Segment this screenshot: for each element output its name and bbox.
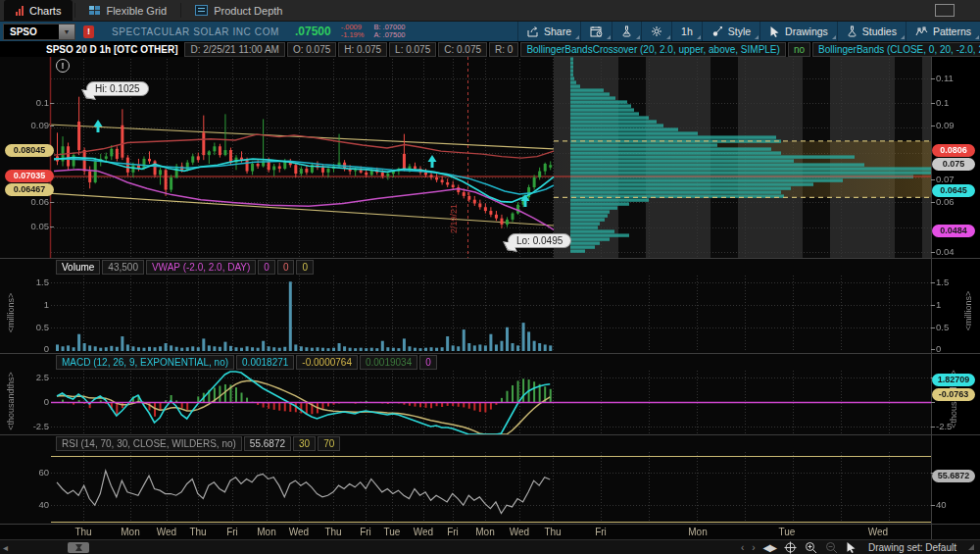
- grid-icon: [89, 6, 100, 15]
- timeframe-button[interactable]: 1h: [671, 22, 702, 41]
- alert-badge[interactable]: !: [83, 25, 94, 38]
- x-axis-day-label: Mon: [468, 527, 502, 537]
- drawings-button[interactable]: Drawings: [760, 22, 837, 41]
- studies-button[interactable]: Studies: [837, 22, 906, 41]
- volume-axis-tick: 0.5: [936, 322, 949, 332]
- maximize-icon[interactable]: [935, 4, 955, 17]
- tab-separator: [180, 3, 181, 18]
- vwap-value-1: 0: [258, 260, 275, 275]
- x-axis-day-label: Mon: [681, 527, 714, 537]
- symbol-input[interactable]: SPSO ▼: [3, 24, 75, 40]
- bar-datetime: D: 2/25/21 11:00 AM: [184, 42, 284, 57]
- macd-unit-label-left: <thousandths>: [6, 367, 16, 435]
- macd-bubble: -0.0763: [932, 388, 975, 401]
- rsi-axis-tick: 40: [936, 499, 947, 510]
- zoom-in-icon[interactable]: [805, 541, 817, 554]
- macd-bubble: 1.82709: [932, 374, 975, 386]
- scroll-left-icon[interactable]: ◂: [0, 542, 11, 553]
- tab-charts[interactable]: Charts: [4, 0, 73, 21]
- price-bubble: 0.0484: [932, 225, 975, 237]
- price-axis-tick: 0.04: [936, 246, 955, 257]
- x-axis-day-label: Tue: [375, 527, 409, 537]
- alert-info-icon[interactable]: !: [56, 59, 70, 73]
- x-axis-day-label: Mon: [114, 527, 147, 537]
- zoom-out-icon[interactable]: [825, 541, 838, 554]
- symbol-text: SPSO: [4, 26, 59, 37]
- rsi-oversold-value: 30: [293, 436, 316, 451]
- hourglass-icon: [74, 543, 83, 552]
- page-left-icon[interactable]: ‹: [741, 542, 744, 553]
- study1-value: no: [788, 42, 810, 57]
- open-value: O: 0.075: [287, 42, 336, 57]
- x-axis-day-label: Wed: [150, 527, 183, 537]
- volume-axis-tick: 1.5: [18, 277, 49, 287]
- volume-axis-tick: 1: [936, 299, 941, 310]
- macd-study-label[interactable]: MACD (12, 26, 9, EXPONENTIAL, no): [56, 355, 234, 370]
- macd-axis-tick: 0: [18, 396, 49, 407]
- macd-axis-tick: 2.5: [18, 372, 49, 382]
- price-axis-tick: 0.09: [18, 120, 49, 130]
- price-axis-tick: 0.1: [18, 97, 49, 108]
- price-axis-tick: 0.1: [936, 97, 949, 108]
- style-button[interactable]: Style: [702, 22, 760, 41]
- price-axis-tick: 0.06: [18, 196, 49, 207]
- alert-info-glyph: !: [62, 61, 65, 71]
- drawings-label: Drawings: [785, 25, 828, 37]
- calendar-icon: [590, 25, 603, 37]
- x-axis-day-label: Wed: [503, 527, 536, 537]
- study-bollinger-bands[interactable]: BollingerBands (CLOSE, 0, 20, -2.0, 2.0,…: [812, 42, 980, 57]
- study-bollinger-crossover[interactable]: BollingerBandsCrossover (20, 2.0, upper,…: [520, 42, 785, 57]
- style-label: Style: [728, 25, 751, 37]
- chart-title: SPSO 20 D 1h [OTC OTHER]: [41, 43, 182, 56]
- flask-icon: [621, 25, 632, 37]
- vwap-value-3: 0: [296, 260, 314, 275]
- time-axis-button[interactable]: [68, 542, 89, 553]
- vwap-value-2: 0: [277, 260, 295, 275]
- macd-avg-value: -0.0000764: [296, 355, 358, 370]
- tab-separator: [74, 3, 75, 18]
- pan-icon[interactable]: ◀▶: [763, 542, 776, 553]
- tab-flexible-grid[interactable]: Flexible Grid: [77, 0, 178, 21]
- share-label: Share: [544, 25, 571, 37]
- drawing-set-menu[interactable]: Drawing set: Default: [868, 542, 956, 553]
- pointer-icon[interactable]: [846, 541, 857, 553]
- x-axis-day-label: Fri: [216, 527, 249, 537]
- x-axis-day-label: Thu: [67, 527, 100, 537]
- price-axis-tick: 0.11: [936, 73, 954, 83]
- share-button[interactable]: Share: [517, 22, 580, 41]
- macd-axis-tick: -2.5: [936, 421, 952, 431]
- chevron-down-icon[interactable]: ▼: [59, 25, 74, 39]
- low-value: L: 0.075: [389, 42, 436, 57]
- tab-bar: Charts Flexible Grid Product Depth: [0, 0, 980, 22]
- price-bubble: 0.075: [932, 158, 975, 171]
- price-axis-tick: 0.09: [936, 120, 955, 130]
- settings-button[interactable]: [641, 22, 671, 41]
- timeframe-label: 1h: [681, 25, 693, 37]
- alert-glyph: !: [87, 26, 90, 36]
- style-icon: [711, 25, 723, 37]
- volume-axis-tick: 0: [936, 343, 941, 354]
- patterns-button[interactable]: Patterns: [906, 22, 980, 41]
- high-value: H: 0.075: [338, 42, 387, 57]
- x-axis-day-label: Thu: [317, 527, 350, 537]
- high-callout: Hi: 0.1025: [86, 81, 149, 96]
- gear-icon: [651, 25, 662, 37]
- vwap-study-label[interactable]: VWAP (-2.0, 2.0, DAY): [146, 260, 256, 275]
- studies-label: Studies: [862, 25, 897, 37]
- tab-product-depth[interactable]: Product Depth: [183, 0, 294, 21]
- resize-corner[interactable]: [968, 544, 974, 550]
- tab-charts-label: Charts: [29, 5, 61, 17]
- page-right-icon[interactable]: ›: [752, 542, 755, 553]
- price-axis-tick: 0.05: [18, 221, 49, 231]
- ask-value: A: .07500: [373, 31, 405, 39]
- rsi-value: 55.6872: [244, 436, 291, 451]
- macd-diff-value: 0.0019034: [360, 355, 417, 370]
- calendar-events-button[interactable]: [580, 22, 612, 41]
- rsi-axis-tick: 40: [18, 499, 49, 510]
- crosshair-icon[interactable]: [784, 541, 797, 554]
- quick-study-button[interactable]: [612, 22, 641, 41]
- volume-study-label[interactable]: Volume: [56, 260, 100, 275]
- volume-axis-tick: 0: [18, 343, 49, 354]
- rsi-study-label[interactable]: RSI (14, 70, 30, CLOSE, WILDERS, no): [56, 436, 242, 451]
- x-axis-day-label: Wed: [282, 527, 316, 537]
